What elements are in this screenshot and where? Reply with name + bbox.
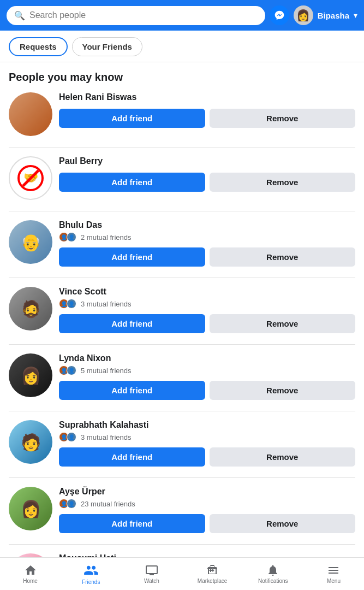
mutual-count: 3 mutual friends [81, 433, 132, 441]
mutual-avatar-2: 👤 [67, 432, 76, 442]
person-card: 👴 Bhulu Das 👤 👤 2 mutual friends Add fri… [9, 220, 355, 267]
divider [9, 411, 355, 411]
mutual-count: 3 mutual friends [81, 300, 132, 308]
person-info: Bhulu Das 👤 👤 2 mutual friends Add frien… [59, 220, 355, 267]
action-buttons: Add friend Remove [59, 247, 355, 267]
person-info: Lynda Nixon 👤 👤 5 mutual friends Add fri… [59, 353, 355, 400]
nav-home-label: Home [23, 578, 38, 584]
divider [9, 477, 355, 478]
people-list: Helen Rani Biswas Add friend Remove 🤝 Pa… [9, 92, 355, 590]
mutual-count: 2 mutual friends [81, 233, 132, 241]
divider [9, 211, 355, 211]
tab-requests[interactable]: Requests [9, 37, 68, 56]
person-card: 👩 Lynda Nixon 👤 👤 5 mutual friends Add f… [9, 353, 355, 400]
mutual-friends: 👤 👤 23 mutual friends [59, 499, 355, 509]
person-info: Paul Berry Add friend Remove [59, 156, 355, 192]
mutual-avatars: 👤 👤 [59, 432, 74, 442]
person-avatar: 👴 [9, 220, 52, 264]
nav-watch-label: Watch [144, 578, 159, 584]
add-friend-button[interactable]: Add friend [59, 109, 205, 128]
nav-friends-label: Friends [82, 579, 100, 585]
add-friend-button[interactable]: Add friend [59, 314, 205, 333]
person-name: Suprabhath Kalahasti [59, 420, 355, 430]
messenger-button[interactable] [270, 5, 289, 25]
person-card: Helen Rani Biswas Add friend Remove [9, 92, 355, 136]
person-card: 🧔 Vince Scott 👤 👤 3 mutual friends Add f… [9, 287, 355, 333]
remove-button[interactable]: Remove [210, 109, 356, 128]
person-name: Bhulu Das [59, 220, 355, 230]
mutual-avatars: 👤 👤 [59, 499, 74, 509]
person-info: Ayşe Ürper 👤 👤 23 mutual friends Add fri… [59, 487, 355, 533]
remove-button[interactable]: Remove [210, 247, 356, 267]
divider [9, 344, 355, 345]
person-card: 🧑 Suprabhath Kalahasti 👤 👤 3 mutual frie… [9, 420, 355, 467]
person-avatar: 🧑 [9, 420, 52, 464]
nav-menu-label: Menu [327, 578, 341, 584]
nav-watch[interactable]: Watch [121, 558, 182, 590]
action-buttons: Add friend Remove [59, 514, 355, 533]
mutual-friends: 👤 👤 3 mutual friends [59, 432, 355, 442]
mutual-avatar-2: 👤 [67, 499, 76, 509]
person-info: Vince Scott 👤 👤 3 mutual friends Add fri… [59, 287, 355, 333]
person-info: Helen Rani Biswas Add friend Remove [59, 92, 355, 128]
add-friend-button[interactable]: Add friend [59, 381, 205, 400]
add-friend-button[interactable]: Add friend [59, 514, 205, 533]
action-buttons: Add friend Remove [59, 447, 355, 467]
header-right: 👩 Bipasha ▾ [270, 5, 357, 25]
person-name: Lynda Nixon [59, 353, 355, 363]
app-header: 🔍 👩 Bipasha ▾ [0, 0, 364, 31]
mutual-avatars: 👤 👤 [59, 299, 74, 309]
add-friend-button[interactable]: Add friend [59, 173, 205, 192]
divider [9, 278, 355, 278]
nav-notifications[interactable]: Notifications [243, 558, 303, 590]
nav-marketplace-label: Marketplace [198, 578, 227, 584]
mutual-avatar-2: 👤 [67, 365, 76, 375]
bottom-nav: Home Friends Watch Marketplace Notificat… [0, 557, 364, 590]
action-buttons: Add friend Remove [59, 314, 355, 333]
tab-your-friends[interactable]: Your Friends [72, 37, 142, 56]
action-buttons: Add friend Remove [59, 173, 355, 192]
person-avatar: 🧔 [9, 287, 52, 331]
nav-friends[interactable]: Friends [61, 558, 121, 590]
person-name: Ayşe Ürper [59, 487, 355, 497]
section-title: People you may know [9, 71, 355, 84]
user-name: Bipasha [318, 11, 349, 20]
mutual-friends: 👤 👤 2 mutual friends [59, 232, 355, 242]
remove-button[interactable]: Remove [210, 514, 356, 533]
mutual-friends: 👤 👤 3 mutual friends [59, 299, 355, 309]
remove-button[interactable]: Remove [210, 381, 356, 400]
add-friend-button[interactable]: Add friend [59, 247, 205, 267]
divider [9, 544, 355, 545]
remove-button[interactable]: Remove [210, 173, 356, 192]
add-friend-button[interactable]: Add friend [59, 447, 205, 467]
person-name: Paul Berry [59, 156, 355, 166]
remove-button[interactable]: Remove [210, 447, 356, 467]
search-input[interactable] [29, 10, 258, 20]
mutual-avatar-2: 👤 [67, 299, 76, 309]
person-avatar: 👩 [9, 353, 52, 397]
mutual-avatar-2: 👤 [67, 232, 76, 242]
person-avatar [9, 92, 52, 136]
divider [9, 147, 355, 148]
main-content: People you may know Helen Rani Biswas Ad… [0, 62, 364, 590]
nav-menu[interactable]: Menu [303, 558, 364, 590]
nav-home[interactable]: Home [0, 558, 61, 590]
person-card: 👩 Ayşe Ürper 👤 👤 23 mutual friends Add f… [9, 487, 355, 533]
person-info: Suprabhath Kalahasti 👤 👤 3 mutual friend… [59, 420, 355, 467]
nav-notifications-label: Notifications [258, 578, 288, 584]
mutual-count: 5 mutual friends [81, 367, 132, 375]
mutual-friends: 👤 👤 5 mutual friends [59, 365, 355, 375]
mutual-avatars: 👤 👤 [59, 232, 74, 242]
chevron-down-icon[interactable]: ▾ [354, 11, 357, 20]
mutual-count: 23 mutual friends [81, 500, 135, 508]
person-name: Vince Scott [59, 287, 355, 297]
nav-marketplace[interactable]: Marketplace [182, 558, 243, 590]
user-avatar[interactable]: 👩 [294, 5, 313, 25]
person-avatar: 👩 [9, 487, 52, 530]
remove-button[interactable]: Remove [210, 314, 356, 333]
mutual-avatars: 👤 👤 [59, 365, 74, 375]
search-icon: 🔍 [14, 10, 25, 21]
tab-bar: Requests Your Friends [0, 31, 364, 62]
search-bar[interactable]: 🔍 [7, 6, 265, 25]
person-card: 🤝 Paul Berry Add friend Remove [9, 156, 355, 200]
